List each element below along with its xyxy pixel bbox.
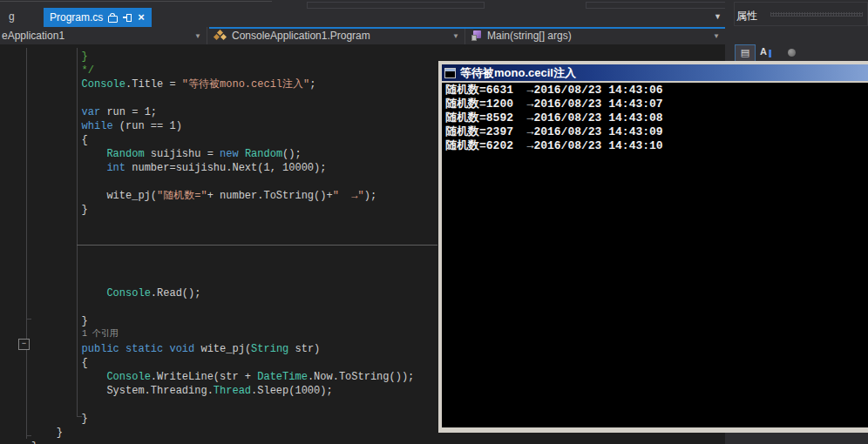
code-token: wite_pj( <box>31 190 157 202</box>
code-token: */ <box>31 64 94 77</box>
wrench-icon[interactable] <box>788 49 796 57</box>
code-token: .Read(); <box>151 287 201 299</box>
class-icon <box>214 30 227 41</box>
alphabetical-sort-button[interactable]: A <box>760 46 767 57</box>
code-token: suijishu = <box>145 148 220 160</box>
code-token: "等待被mono.cecil注入" <box>182 78 309 91</box>
code-token: } <box>31 427 63 439</box>
collapsed-region-separator <box>77 245 437 246</box>
console-titlebar[interactable]: 等待被mono.cecil注入 <box>442 64 868 83</box>
code-token <box>31 343 82 355</box>
tab-label: Program.cs <box>50 11 103 24</box>
code-token <box>31 78 82 91</box>
class-dropdown[interactable]: ConsoleApplication1.Program ▼ <box>209 27 465 44</box>
code-token: str) <box>288 343 320 355</box>
console-line: 随机数=6202 →2016/08/23 14:43:10 <box>445 139 868 153</box>
lock-icon <box>108 16 118 23</box>
code-token: run = 1; <box>100 106 157 118</box>
code-token: { <box>31 357 88 369</box>
code-token: int <box>106 162 125 174</box>
toolbar-remnant <box>307 2 485 9</box>
console-line: 随机数=2397 →2016/08/23 14:43:09 <box>445 125 868 139</box>
code-token: .Title = <box>125 78 182 91</box>
method-icon <box>471 30 482 41</box>
console-line: 随机数=6631 →2016/08/23 14:43:06 <box>445 84 868 98</box>
code-token <box>31 120 82 132</box>
console-line: 随机数=1200 →2016/08/23 14:43:07 <box>445 98 868 111</box>
console-window: 等待被mono.cecil注入 随机数=6631 →2016/08/23 14:… <box>438 61 868 433</box>
code-token <box>31 162 106 174</box>
panel-drag-grip[interactable] <box>770 12 863 17</box>
code-token: + number.ToString()+ <box>207 190 333 202</box>
code-token: } <box>31 315 88 327</box>
code-token: "随机数=" <box>157 190 207 202</box>
console-line: 随机数=8592 →2016/08/23 14:43:08 <box>445 111 868 125</box>
code-token: Random <box>245 148 282 160</box>
code-token: } <box>31 50 88 63</box>
code-line: } <box>31 440 725 444</box>
code-token: new <box>220 148 239 160</box>
code-token <box>31 106 82 118</box>
pin-icon[interactable] <box>123 13 132 22</box>
code-token: { <box>31 134 88 146</box>
properties-toolbar: ▤ A <box>725 44 868 63</box>
code-token <box>239 148 245 160</box>
console-title-text: 等待被mono.cecil注入 <box>460 65 576 81</box>
active-group-accent <box>209 27 725 29</box>
code-token <box>31 287 106 299</box>
toolbar-remnant <box>0 1 272 2</box>
document-list-dropdown-icon[interactable]: ▼ <box>714 12 722 21</box>
properties-panel-title: 属性 <box>736 9 757 24</box>
code-token: (); <box>282 148 302 160</box>
code-token: .Sleep(1000); <box>251 385 333 397</box>
code-token: Thread <box>214 385 251 397</box>
alphabetical-glyph: A <box>760 46 767 57</box>
code-token: String <box>251 343 288 355</box>
code-token: wite_pj( <box>194 343 251 355</box>
code-token: public <box>82 343 119 355</box>
code-token: } <box>31 441 37 444</box>
project-dropdown-label: eApplication1 <box>2 30 64 42</box>
code-token: ; <box>309 78 315 91</box>
method-dropdown[interactable]: Main(string[] args) ▼ <box>466 27 725 44</box>
code-token: ); <box>364 190 376 202</box>
class-dropdown-label: ConsoleApplication1.Program <box>232 30 370 42</box>
code-token: } <box>31 204 88 216</box>
code-token: Console <box>106 287 150 299</box>
chevron-down-icon: ▼ <box>452 32 459 40</box>
code-token <box>119 343 125 355</box>
code-token: Console <box>106 371 150 383</box>
code-token: DateTime <box>257 371 308 383</box>
code-token: Console <box>82 78 125 91</box>
code-token: number=suijishu.Next(1, 10000); <box>125 162 326 174</box>
chevron-down-icon: ▼ <box>713 32 720 40</box>
categorized-view-button[interactable]: ▤ <box>735 44 756 62</box>
code-token: var <box>82 106 101 118</box>
code-token: static <box>125 343 163 355</box>
console-output[interactable]: 随机数=6631 →2016/08/23 14:43:06随机数=1200 →2… <box>442 83 868 427</box>
code-token: .WriteLine(str + <box>151 371 257 383</box>
code-token: void <box>169 343 194 355</box>
project-dropdown[interactable]: eApplication1 ▼ <box>0 27 207 44</box>
ide-window: g Program.cs × ▼ eApplication1 ▼ Console… <box>0 0 868 444</box>
close-icon[interactable]: × <box>138 13 145 22</box>
method-dropdown-label: Main(string[] args) <box>487 30 572 42</box>
chevron-down-icon: ▼ <box>194 32 201 40</box>
tab-program-cs[interactable]: Program.cs × <box>44 8 152 27</box>
code-token: Random <box>106 148 144 160</box>
code-token: " →" <box>333 190 364 202</box>
console-app-icon <box>444 68 456 78</box>
code-token: System.Threading. <box>31 385 214 397</box>
navigation-bar: eApplication1 ▼ ConsoleApplication1.Prog… <box>0 27 725 44</box>
code-token <box>31 148 106 160</box>
code-token: } <box>31 413 88 425</box>
code-token: .Now.ToString()); <box>308 371 414 383</box>
code-token: (run == 1) <box>113 120 182 132</box>
tab-partial[interactable]: g <box>9 10 15 23</box>
code-token: while <box>82 120 113 132</box>
sort-bar-icon <box>769 50 771 57</box>
code-token <box>31 371 106 383</box>
